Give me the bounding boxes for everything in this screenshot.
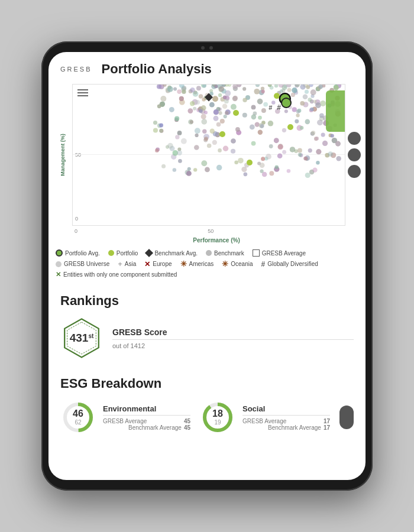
nav-circle-2[interactable] [348,148,361,161]
svg-point-265 [157,104,161,108]
y-axis-container: Management (%) [53,84,72,226]
camera-dot-1 [201,46,205,50]
menu-icon[interactable] [77,89,88,100]
legend-benchmark: Benchmark [206,249,244,257]
globally-diversified-marker: # [277,103,281,112]
svg-point-247 [193,91,199,97]
legend-globally-diversified: # Globally Diversified [261,260,318,268]
social-benchmark-label: Benchmark Average [268,424,321,431]
nav-circle-3[interactable] [348,165,361,178]
svg-point-205 [321,132,325,137]
nav-circle-1[interactable] [348,132,361,145]
svg-point-237 [204,111,208,114]
social-max: 19 [212,420,223,427]
svg-point-108 [254,89,260,95]
globally-diversified-label: Globally Diversified [267,261,318,267]
social-gresb-avg: GRESB Average 17 [242,418,330,424]
hexagon-score-text: 431st [70,332,94,345]
svg-point-34 [315,137,319,140]
svg-point-274 [187,108,193,113]
americas-icon: ✳ [180,260,187,268]
svg-point-210 [216,122,221,127]
hexagon-container: 431st [60,317,103,359]
svg-point-236 [308,148,312,153]
benchmark-icon [206,250,212,256]
svg-point-270 [195,128,200,134]
svg-point-281 [319,113,324,118]
svg-point-157 [173,87,177,91]
svg-point-248 [181,138,187,144]
svg-point-224 [159,124,163,128]
svg-point-172 [224,115,227,118]
ranking-row: 431st GRESB Score out of 1412 [60,317,354,359]
svg-point-251 [274,138,279,143]
environmental-value: 46 [73,408,83,419]
environmental-benchmark-avg: Benchmark Average 45 [103,424,190,431]
svg-point-262 [317,119,323,125]
svg-point-269 [199,109,203,113]
svg-point-187 [204,137,208,141]
svg-point-42 [287,169,291,173]
svg-point-255 [313,100,317,103]
svg-point-81 [220,119,225,124]
ranking-sub: out of 1412 [112,342,354,349]
svg-point-92 [178,159,182,163]
svg-point-124 [233,96,238,100]
svg-point-112 [225,85,229,87]
social-gresb-avg-label: GRESB Average [242,418,286,424]
ranking-info: GRESB Score out of 1412 [112,327,354,349]
svg-point-216 [296,113,299,117]
legend-portfolio-avg: Portfolio Avg. [56,249,100,257]
scatter-chart: 0 50 # # [72,84,345,226]
esg-title: ESG Breakdown [60,376,354,391]
svg-point-229 [286,85,291,87]
svg-point-186 [196,86,201,90]
svg-point-283 [274,93,280,99]
svg-point-143 [195,134,198,137]
svg-point-179 [261,157,265,161]
svg-point-263 [303,95,308,100]
svg-point-129 [167,86,173,92]
esg-environmental-card: 46 62 Environmental GRESB Average 45 [60,400,190,435]
score-suffix: st [88,333,93,339]
svg-point-244 [315,102,321,108]
svg-point-211 [310,89,316,95]
svg-point-33 [169,107,174,112]
svg-point-242 [225,111,229,115]
svg-point-141 [174,116,179,121]
benchmark-label: Benchmark [214,250,244,257]
social-gresb-avg-val: 17 [324,418,330,424]
svg-point-204 [201,119,207,125]
svg-point-260 [260,124,264,128]
gresb-average-label: GRESB Average [262,250,306,257]
social-info: Social GRESB Average 17 Benchmark Averag… [242,404,330,431]
camera-dot-2 [209,46,213,50]
svg-point-98 [292,87,297,93]
svg-point-102 [155,148,159,152]
svg-point-250 [238,158,244,164]
scroll-indicator-right[interactable] [339,406,354,429]
svg-point-198 [210,129,215,134]
y-axis-label: Management (%) [60,134,66,176]
svg-point-46 [199,94,203,99]
svg-rect-0 [77,89,88,90]
gresb-universe-icon [56,261,62,267]
svg-point-286 [247,160,253,166]
environmental-gresb-avg-val: 45 [184,418,190,424]
svg-point-109 [305,173,310,178]
svg-point-253 [308,98,312,102]
chart-with-axes: Management (%) 0 [53,84,361,226]
portfolio-avg-label: Portfolio Avg. [65,250,100,257]
svg-point-199 [270,86,274,90]
svg-point-239 [251,105,256,109]
svg-point-166 [177,150,182,155]
page-title: Portfolio Analysis [102,61,212,77]
svg-point-93 [257,99,263,105]
legend-gresb-universe: GRESB Universe [56,260,109,268]
social-donut-center: 18 19 [212,408,223,426]
svg-point-225 [175,135,179,139]
svg-point-111 [269,144,273,148]
svg-point-284 [233,110,239,116]
svg-point-201 [224,99,229,103]
environmental-benchmark-val: 45 [184,424,190,431]
